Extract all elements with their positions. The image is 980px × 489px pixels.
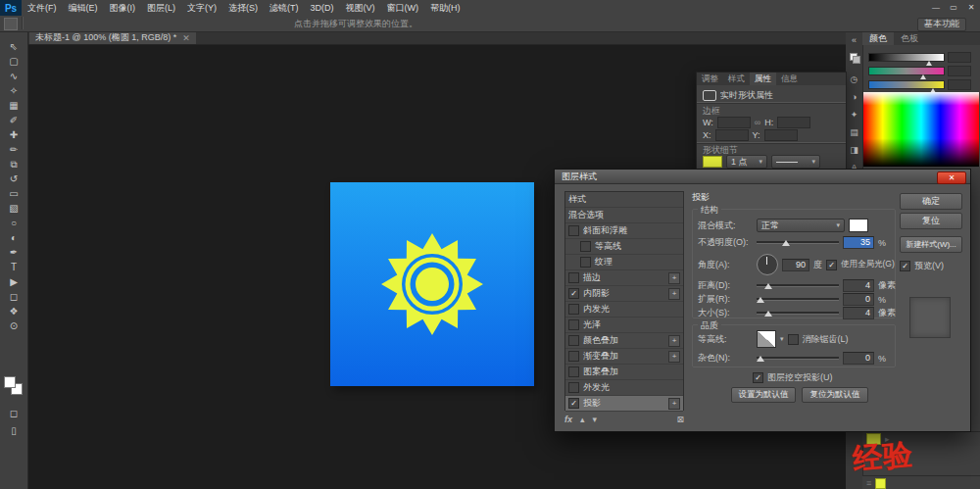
style-item-drop-shadow[interactable]: 投影+	[565, 396, 683, 412]
menu-edit[interactable]: 编辑(E)	[63, 0, 104, 16]
menu-window[interactable]: 窗口(W)	[381, 0, 425, 16]
color-value-a[interactable]	[948, 66, 971, 76]
antialias-checkbox[interactable]	[788, 334, 799, 345]
mini-swatch-icon[interactable]	[850, 53, 858, 62]
add-gradient-overlay-icon[interactable]: +	[668, 351, 680, 363]
path-selection-tool[interactable]: ▶	[0, 274, 27, 289]
history-brush-tool[interactable]: ↺	[0, 171, 27, 186]
ok-button[interactable]: 确定	[900, 193, 962, 210]
lasso-tool[interactable]: ∿	[0, 69, 27, 83]
new-style-button[interactable]: 新建样式(W)...	[900, 236, 962, 253]
menu-type[interactable]: 文字(Y)	[181, 0, 222, 16]
collapse-panels-icon[interactable]: «	[846, 31, 862, 48]
color-slider-l[interactable]	[868, 53, 945, 62]
opacity-slider[interactable]	[757, 241, 839, 244]
spread-value[interactable]: 0	[843, 293, 874, 306]
opacity-slider-handle[interactable]	[782, 240, 790, 246]
minimize-button[interactable]: —	[927, 0, 945, 16]
angle-dial[interactable]	[757, 254, 778, 275]
artboard-blue-square[interactable]	[330, 182, 534, 386]
color-slider-a-handle[interactable]	[920, 74, 926, 79]
workspace-switcher[interactable]: 基本功能	[917, 18, 966, 31]
add-inner-shadow-icon[interactable]: +	[668, 288, 680, 300]
preview-checkbox[interactable]	[900, 261, 910, 271]
blend-mode-dropdown[interactable]: 正常	[757, 219, 845, 232]
add-color-overlay-icon[interactable]: +	[668, 335, 680, 347]
fill-color-swatch[interactable]	[703, 156, 722, 168]
distance-slider-handle[interactable]	[764, 283, 772, 289]
dialog-title-bar[interactable]: 图层样式	[555, 170, 970, 184]
quick-selection-tool[interactable]: ✧	[0, 83, 27, 98]
spread-slider[interactable]	[757, 298, 839, 301]
layer-thumbnail[interactable]	[875, 478, 886, 489]
y-field[interactable]	[764, 129, 798, 141]
document-tab[interactable]: 未标题-1 @ 100% (椭圆 1, RGB/8) * ✕	[29, 31, 196, 44]
style-item-color-overlay[interactable]: 颜色叠加+	[565, 333, 683, 349]
opacity-value[interactable]: 35	[843, 236, 874, 249]
menu-image[interactable]: 图像(I)	[104, 0, 142, 16]
bevel-checkbox[interactable]	[568, 225, 579, 236]
crop-tool[interactable]: ▦	[0, 98, 27, 113]
size-slider-handle[interactable]	[764, 311, 772, 317]
menu-3d[interactable]: 3D(D)	[305, 0, 340, 16]
healing-brush-tool[interactable]: ✚	[0, 127, 27, 142]
tab-info[interactable]: 信息	[776, 73, 803, 85]
inner-shadow-checkbox[interactable]	[568, 288, 579, 299]
height-field[interactable]	[777, 117, 810, 128]
pattern-overlay-checkbox[interactable]	[568, 367, 579, 377]
move-down-icon[interactable]: ▾	[593, 415, 598, 424]
style-item-satin[interactable]: 光泽	[565, 318, 683, 333]
style-item-outer-glow[interactable]: 外发光	[565, 380, 683, 396]
dodge-tool[interactable]: ◐	[0, 230, 27, 245]
screen-mode-button[interactable]: ▯	[0, 423, 27, 438]
foreground-color-swatch[interactable]	[4, 376, 16, 388]
menu-help[interactable]: 帮助(H)	[424, 0, 466, 16]
hand-tool[interactable]: ❖	[0, 304, 27, 318]
tab-properties[interactable]: 属性	[750, 73, 776, 85]
type-tool[interactable]: T	[0, 260, 27, 274]
x-field[interactable]	[715, 129, 749, 141]
tab-swatches[interactable]: 色板	[894, 31, 925, 45]
color-value-l[interactable]	[948, 52, 971, 63]
tab-color[interactable]: 颜色	[862, 31, 894, 45]
contour-checkbox[interactable]	[580, 241, 591, 252]
inner-glow-checkbox[interactable]	[568, 304, 579, 315]
style-item-stroke[interactable]: 描边+	[565, 270, 683, 286]
menu-layer[interactable]: 图层(L)	[141, 0, 181, 16]
color-value-b[interactable]	[948, 79, 971, 90]
color-slider-b[interactable]	[868, 80, 945, 89]
style-item-pattern-overlay[interactable]: 图案叠加	[565, 365, 683, 380]
dialog-close-button[interactable]: ✕	[937, 171, 966, 184]
adjustments-panel-icon[interactable]: ◑	[846, 88, 862, 105]
knockout-checkbox[interactable]	[753, 372, 763, 383]
history-panel-icon[interactable]: ◷	[846, 71, 862, 87]
brush-tool[interactable]: ✏	[0, 142, 27, 157]
noise-slider[interactable]	[757, 357, 839, 360]
close-button[interactable]: ✕	[962, 0, 980, 16]
spread-slider-handle[interactable]	[757, 297, 764, 303]
gradient-tool[interactable]: ▧	[0, 201, 27, 216]
tab-adjustments[interactable]: 调整	[697, 73, 723, 85]
drop-shadow-checkbox[interactable]	[568, 398, 579, 409]
blur-tool[interactable]: ○	[0, 216, 27, 230]
color-slider-l-handle[interactable]	[926, 61, 932, 66]
quick-mask-button[interactable]: ◻	[0, 406, 27, 420]
stroke-style-dropdown[interactable]	[771, 155, 820, 169]
clone-source-panel-icon[interactable]: ◨	[846, 141, 862, 158]
shape-tool[interactable]: ◻	[0, 289, 27, 304]
set-default-button[interactable]: 设置为默认值	[731, 387, 796, 403]
style-item-styles[interactable]: 样式	[565, 192, 683, 208]
move-up-icon[interactable]: ▴	[580, 415, 585, 424]
noise-slider-handle[interactable]	[757, 356, 764, 362]
pen-tool[interactable]: ✒	[0, 245, 27, 260]
marquee-tool[interactable]: ▢	[0, 54, 27, 69]
reset-default-button[interactable]: 复位为默认值	[802, 387, 868, 403]
contour-dropdown-icon[interactable]: ▾	[780, 335, 784, 343]
satin-checkbox[interactable]	[568, 319, 579, 330]
color-slider-a[interactable]	[868, 67, 945, 75]
style-item-texture[interactable]: 纹理	[565, 255, 683, 270]
restore-button[interactable]: ▭	[945, 0, 962, 16]
menu-filter[interactable]: 滤镜(T)	[264, 0, 305, 16]
fx-icon[interactable]: fx	[564, 415, 572, 424]
stroke-width-dropdown[interactable]: 1 点	[726, 155, 767, 169]
